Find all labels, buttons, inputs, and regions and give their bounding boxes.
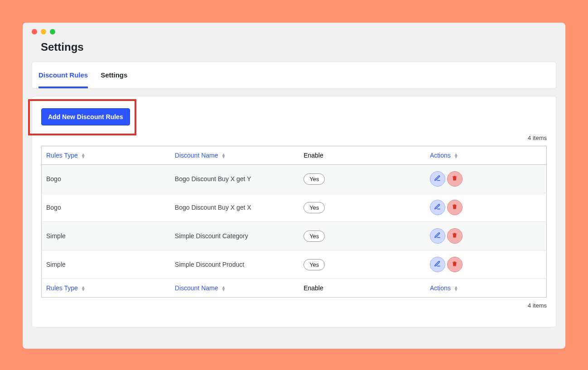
- table-footer-row: Rules Type ▲▼ Discount Name ▲▼ Enable Ac…: [42, 279, 547, 298]
- cell-rules-type: Bogo: [42, 193, 170, 222]
- col-enable-header: Enable: [299, 146, 425, 165]
- col-discount-name-sort[interactable]: Discount Name: [175, 284, 218, 292]
- col-rules-type-sort[interactable]: Rules Type: [46, 284, 78, 292]
- page-title: Settings: [41, 41, 547, 53]
- table-row: SimpleSimple Discount ProductYes: [42, 250, 547, 279]
- trash-icon: [451, 175, 458, 183]
- enable-pill: Yes: [304, 231, 325, 242]
- enable-pill: Yes: [304, 173, 325, 185]
- sort-icon: ▲▼: [81, 153, 86, 159]
- minimize-icon[interactable]: [41, 29, 46, 34]
- cell-actions: [425, 193, 547, 222]
- enable-pill: Yes: [304, 259, 325, 270]
- tab-settings[interactable]: Settings: [101, 63, 127, 88]
- sort-icon: ▲▼: [221, 153, 226, 159]
- items-count-bottom: 4 items: [41, 302, 547, 309]
- items-count-top: 4 items: [41, 135, 547, 141]
- cell-rules-type: Simple: [42, 250, 170, 279]
- cell-discount-name: Bogo Discount Buy X get Y: [170, 165, 299, 193]
- cell-actions: [425, 165, 547, 193]
- sort-icon: ▲▼: [454, 286, 458, 291]
- cell-discount-name: Simple Discount Product: [170, 250, 299, 279]
- edit-button[interactable]: [430, 257, 445, 272]
- col-rules-type-sort[interactable]: Rules Type: [46, 152, 78, 159]
- sort-icon: ▲▼: [454, 153, 458, 159]
- content-card: Add New Discount Rules 4 items Rules Typ…: [32, 96, 556, 327]
- cell-actions: [425, 222, 547, 250]
- trash-icon: [451, 203, 458, 211]
- table-row: BogoBogo Discount Buy X get YYes: [42, 165, 547, 193]
- cell-enable: Yes: [299, 193, 425, 222]
- trash-icon: [451, 260, 458, 269]
- cell-rules-type: Simple: [42, 222, 170, 250]
- tab-discount-rules[interactable]: Discount Rules: [39, 63, 88, 88]
- cell-discount-name: Simple Discount Category: [170, 222, 299, 250]
- pencil-icon: [434, 203, 441, 211]
- delete-button[interactable]: [447, 257, 463, 272]
- pencil-icon: [434, 175, 441, 183]
- discount-rules-table: Rules Type ▲▼ Discount Name ▲▼ Enable Ac…: [41, 146, 547, 298]
- col-discount-name-sort[interactable]: Discount Name: [175, 152, 218, 159]
- sort-icon: ▲▼: [221, 286, 226, 291]
- pencil-icon: [434, 260, 441, 269]
- cell-discount-name: Bogo Discount Buy X get X: [170, 193, 299, 222]
- pencil-icon: [434, 232, 441, 240]
- col-enable-footer: Enable: [299, 279, 425, 298]
- table-row: SimpleSimple Discount CategoryYes: [42, 222, 547, 250]
- app-window: Settings Discount Rules Settings Add New…: [23, 23, 565, 349]
- table-row: BogoBogo Discount Buy X get XYes: [42, 193, 547, 222]
- cell-enable: Yes: [299, 222, 425, 250]
- cell-enable: Yes: [299, 250, 425, 279]
- cell-rules-type: Bogo: [42, 165, 170, 193]
- close-icon[interactable]: [32, 29, 37, 34]
- cell-actions: [425, 250, 547, 279]
- col-actions-sort[interactable]: Actions: [430, 284, 451, 292]
- enable-pill: Yes: [304, 202, 325, 213]
- delete-button[interactable]: [447, 200, 463, 215]
- toolbar: Add New Discount Rules: [41, 101, 547, 135]
- table-header-row: Rules Type ▲▼ Discount Name ▲▼ Enable Ac…: [42, 146, 547, 165]
- col-actions-sort[interactable]: Actions: [430, 152, 451, 159]
- edit-button[interactable]: [430, 171, 445, 187]
- maximize-icon[interactable]: [50, 29, 55, 34]
- sort-icon: ▲▼: [81, 286, 86, 291]
- delete-button[interactable]: [447, 171, 463, 187]
- add-new-discount-button[interactable]: Add New Discount Rules: [41, 108, 130, 125]
- edit-button[interactable]: [430, 200, 445, 215]
- edit-button[interactable]: [430, 228, 445, 244]
- window-controls: [32, 29, 556, 34]
- delete-button[interactable]: [447, 228, 463, 244]
- trash-icon: [451, 232, 458, 240]
- tab-bar: Discount Rules Settings: [32, 62, 556, 89]
- cell-enable: Yes: [299, 165, 425, 193]
